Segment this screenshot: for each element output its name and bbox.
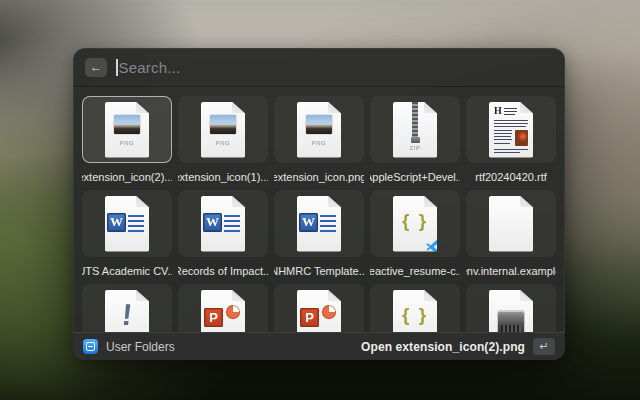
file-cell: W Records of Impact... xyxy=(178,190,268,284)
back-arrow-icon: ← xyxy=(90,61,102,73)
file-cell: P xyxy=(274,284,364,333)
return-key-icon: ↵ xyxy=(533,338,555,355)
file-name-label: extension_icon.png xyxy=(274,163,364,190)
file-grid: PNG extension_icon(2).... PNG extension_… xyxy=(73,86,565,333)
footer-source: User Folders xyxy=(83,339,175,354)
back-button[interactable]: ← xyxy=(85,58,107,77)
word-file-icon: W xyxy=(201,196,245,252)
file-cell: ZIP AppleScript+Devel... xyxy=(370,96,460,190)
pie-chart-icon xyxy=(322,305,336,319)
file-cell xyxy=(466,284,556,333)
user-folders-icon xyxy=(83,339,98,354)
word-logo: W xyxy=(107,213,126,232)
zip-file-icon: ZIP xyxy=(393,102,437,158)
file-name-label: env.internal.example xyxy=(466,257,556,284)
file-cell: W UTS Academic CV... xyxy=(82,190,172,284)
file-tile[interactable]: P xyxy=(178,284,268,333)
file-name-label: NHMRC Template... xyxy=(274,257,364,284)
photo-thumbnail xyxy=(306,115,332,134)
braces-glyph: { } xyxy=(393,304,437,326)
file-cell: PNG extension_icon.png xyxy=(274,96,364,190)
file-tile[interactable]: W xyxy=(178,190,268,257)
rtf-file-icon: H xyxy=(489,102,533,158)
file-name-label: UTS Academic CV... xyxy=(82,257,172,284)
file-cell: { } reactive_resume-c... xyxy=(370,190,460,284)
file-tile[interactable] xyxy=(466,284,556,333)
search-bar: ← Search... xyxy=(73,48,565,87)
file-name-label: extension_icon(2).... xyxy=(82,163,172,190)
file-tile[interactable]: H xyxy=(466,96,556,163)
file-tile[interactable]: PNG xyxy=(274,96,364,163)
powerpoint-file-icon: P xyxy=(201,290,245,334)
word-logo: W xyxy=(203,213,222,232)
file-tile[interactable]: ZIP xyxy=(370,96,460,163)
file-cell: env.internal.example xyxy=(466,190,556,284)
png-file-icon: PNG xyxy=(297,102,341,158)
file-name-label: rtf20240420.rtf xyxy=(466,163,556,190)
hard-drive-icon xyxy=(498,311,524,334)
powerpoint-file-icon: P xyxy=(297,290,341,334)
file-tile[interactable]: P xyxy=(274,284,364,333)
file-tile[interactable]: ! xyxy=(82,284,172,333)
zipper-icon xyxy=(412,102,418,138)
file-name-label: Records of Impact... xyxy=(178,257,268,284)
file-cell: W NHMRC Template... xyxy=(274,190,364,284)
file-tile[interactable]: { } xyxy=(370,284,460,333)
disk-image-file-icon xyxy=(489,290,533,334)
photo-thumbnail xyxy=(114,115,140,134)
file-cell: { } xyxy=(370,284,460,333)
photo-thumbnail xyxy=(210,115,236,134)
file-tile[interactable]: W xyxy=(82,190,172,257)
word-file-icon: W xyxy=(297,196,341,252)
file-tile[interactable]: { } xyxy=(370,190,460,257)
file-tile[interactable]: W xyxy=(274,190,364,257)
file-cell: PNG extension_icon(2).... xyxy=(82,96,172,190)
file-tile[interactable]: PNG xyxy=(178,96,268,163)
footer-action[interactable]: Open extension_icon(2).png ↵ xyxy=(361,338,555,355)
search-input[interactable]: Search... xyxy=(116,59,553,76)
blank-file-icon xyxy=(489,196,533,252)
file-tile[interactable]: PNG xyxy=(82,96,172,163)
png-file-icon: PNG xyxy=(105,102,149,158)
pie-chart-icon xyxy=(226,305,240,319)
config-file-icon: ! xyxy=(105,290,149,334)
text-cursor xyxy=(116,59,118,76)
json-file-icon: { } xyxy=(393,290,437,334)
powerpoint-logo: P xyxy=(204,308,223,327)
png-file-icon: PNG xyxy=(201,102,245,158)
file-search-panel: ← Search... PNG extension_icon(2).... PN… xyxy=(73,48,565,360)
word-file-icon: W xyxy=(105,196,149,252)
file-cell: PNG extension_icon(1).... xyxy=(178,96,268,190)
file-cell: P xyxy=(178,284,268,333)
file-name-label: AppleScript+Devel... xyxy=(370,163,460,190)
file-cell: H rtf20240420.rtf xyxy=(466,96,556,190)
file-name-label: reactive_resume-c... xyxy=(370,257,460,284)
file-cell: ! xyxy=(82,284,172,333)
braces-glyph: { } xyxy=(393,210,437,232)
powerpoint-logo: P xyxy=(300,308,319,327)
action-label: Open extension_icon(2).png xyxy=(361,340,525,354)
word-logo: W xyxy=(299,213,318,232)
footer-bar: User Folders Open extension_icon(2).png … xyxy=(73,332,565,360)
exclamation-glyph: ! xyxy=(103,298,151,332)
source-label: User Folders xyxy=(106,340,175,354)
search-placeholder: Search... xyxy=(119,59,181,76)
file-tile[interactable] xyxy=(466,190,556,257)
file-name-label: extension_icon(1).... xyxy=(178,163,268,190)
json-file-icon: { } xyxy=(393,196,437,252)
article-image xyxy=(515,130,528,146)
vscode-badge-icon xyxy=(426,239,442,255)
